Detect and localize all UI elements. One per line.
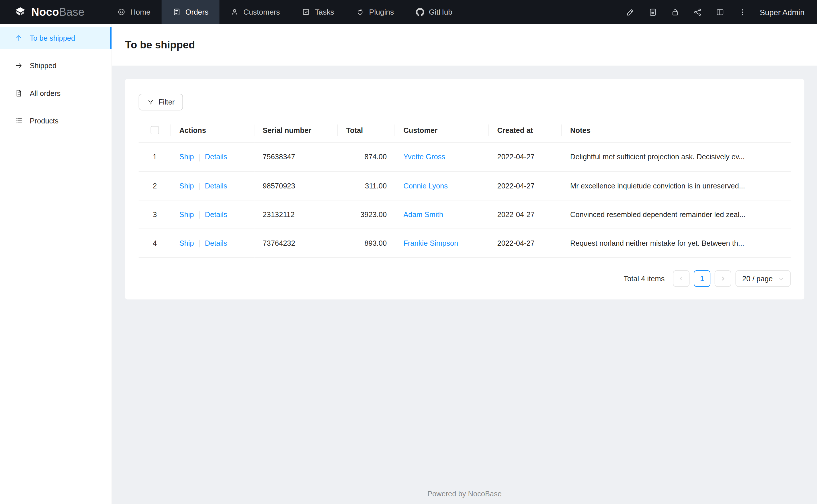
logo-text: NocoBase: [31, 6, 84, 18]
tasks-icon: [302, 8, 310, 16]
customer-link[interactable]: Adam Smith: [403, 210, 443, 219]
logo-secondary: Base: [59, 6, 84, 18]
notebook-icon: [649, 7, 657, 16]
column-header-customer: Customer: [395, 118, 489, 143]
sidebar-item-products[interactable]: Products: [0, 110, 111, 132]
ship-link[interactable]: Ship: [179, 153, 194, 161]
table-row: 4 ShipDetails 73764232 893.00 Frankie Si…: [139, 229, 791, 258]
page-size-value: 20 / page: [742, 275, 773, 283]
select-all-cell: [139, 118, 171, 143]
layout-icon: [716, 7, 725, 16]
more-icon: [738, 7, 747, 16]
list-icon: [15, 117, 23, 125]
serial-cell: 73764232: [254, 229, 338, 258]
filter-icon: [147, 99, 154, 106]
column-header-total: Total: [338, 118, 395, 143]
pen-icon: [626, 7, 635, 16]
layout-button[interactable]: [711, 3, 729, 21]
logo-icon: [14, 6, 27, 18]
details-link[interactable]: Details: [205, 239, 227, 247]
nav-item-label: GitHub: [429, 8, 452, 16]
prev-page-button[interactable]: [673, 271, 690, 287]
sidebar: To be shipped Shipped All orders: [0, 24, 112, 504]
navbar-right-actions: Super Admin: [622, 3, 817, 21]
details-link[interactable]: Details: [205, 182, 227, 190]
customers-icon: [231, 8, 239, 16]
chevron-right-icon: [720, 276, 726, 282]
nav-item-plugins[interactable]: Plugins: [345, 0, 405, 24]
nav-item-orders[interactable]: Orders: [161, 0, 219, 24]
row-index: 1: [139, 143, 171, 172]
nodes-button[interactable]: [689, 3, 707, 21]
app-root: NocoBase Home Orders: [0, 0, 817, 504]
nav-item-label: Orders: [185, 8, 209, 16]
scale-wrapper: NocoBase Home Orders: [0, 0, 817, 504]
table-header-row: Actions Serial number Total Customer Cre…: [139, 118, 791, 143]
sidebar-item-label: Products: [30, 117, 58, 125]
page-header: To be shipped: [112, 24, 817, 66]
nav-item-github[interactable]: GitHub: [405, 0, 463, 24]
arrow-up-icon: [15, 34, 23, 42]
sidebar-item-label: All orders: [30, 89, 61, 97]
nav-item-customers[interactable]: Customers: [219, 0, 291, 24]
sidebar-item-all-orders[interactable]: All orders: [0, 82, 111, 104]
pagination-total: Total 4 items: [624, 275, 665, 283]
pagination: Total 4 items 1 20 / page: [139, 271, 791, 287]
total-cell: 311.00: [338, 171, 395, 200]
notebook-button[interactable]: [644, 3, 662, 21]
nav-item-home[interactable]: Home: [106, 0, 161, 24]
action-divider: [199, 240, 200, 247]
notes-cell: Mr excellence inquietude conviction is i…: [562, 171, 790, 200]
nav-item-label: Customers: [244, 8, 280, 16]
customer-link[interactable]: Yvette Gross: [403, 153, 445, 161]
document-icon: [15, 89, 23, 97]
ship-link[interactable]: Ship: [179, 210, 194, 218]
ship-link[interactable]: Ship: [179, 239, 194, 247]
sidebar-item-to-be-shipped[interactable]: To be shipped: [0, 27, 111, 49]
sidebar-item-shipped[interactable]: Shipped: [0, 55, 111, 76]
created-at-cell: 2022-04-27: [489, 229, 562, 258]
pen-tool-button[interactable]: [622, 3, 639, 21]
column-header-notes: Notes: [562, 118, 790, 143]
sidebar-item-label: Shipped: [30, 62, 56, 70]
page-title: To be shipped: [125, 39, 195, 51]
column-header-created-at: Created at: [489, 118, 562, 143]
row-index: 2: [139, 171, 171, 200]
total-cell: 893.00: [338, 229, 395, 258]
filter-button[interactable]: Filter: [139, 94, 183, 110]
logo-primary: Noco: [31, 6, 59, 18]
customer-link[interactable]: Connie Lyons: [403, 182, 448, 190]
customer-link[interactable]: Frankie Simpson: [403, 239, 458, 247]
select-all-checkbox[interactable]: [150, 126, 159, 135]
ship-link[interactable]: Ship: [179, 182, 194, 190]
next-page-button[interactable]: [715, 271, 731, 287]
details-link[interactable]: Details: [205, 153, 227, 161]
action-divider: [199, 154, 200, 161]
more-button[interactable]: [734, 3, 751, 21]
nav-item-label: Home: [130, 8, 150, 16]
footer: Powered by NocoBase: [125, 482, 804, 504]
footer-text: Powered by NocoBase: [427, 489, 502, 498]
nocobase-logo[interactable]: NocoBase: [0, 0, 98, 24]
serial-cell: 98570923: [254, 171, 338, 200]
page-number-button[interactable]: 1: [694, 271, 710, 287]
nav-item-tasks[interactable]: Tasks: [291, 0, 345, 24]
sidebar-item-label: To be shipped: [30, 34, 75, 42]
action-divider: [199, 212, 200, 219]
github-icon: [416, 8, 424, 16]
serial-cell: 75638347: [254, 143, 338, 172]
lock-icon: [671, 7, 680, 16]
top-navbar: NocoBase Home Orders: [0, 0, 817, 24]
nodes-icon: [693, 7, 702, 16]
row-index: 4: [139, 229, 171, 258]
user-menu[interactable]: Super Admin: [760, 7, 804, 16]
chevron-left-icon: [678, 276, 685, 282]
details-link[interactable]: Details: [205, 210, 227, 218]
lock-button[interactable]: [667, 3, 684, 21]
column-header-serial-number: Serial number: [254, 118, 338, 143]
body-row: To be shipped Shipped All orders: [0, 24, 817, 504]
row-index: 3: [139, 200, 171, 229]
page-size-select[interactable]: 20 / page: [736, 271, 791, 287]
total-cell: 3923.00: [338, 200, 395, 229]
chevron-down-icon: [778, 276, 784, 282]
